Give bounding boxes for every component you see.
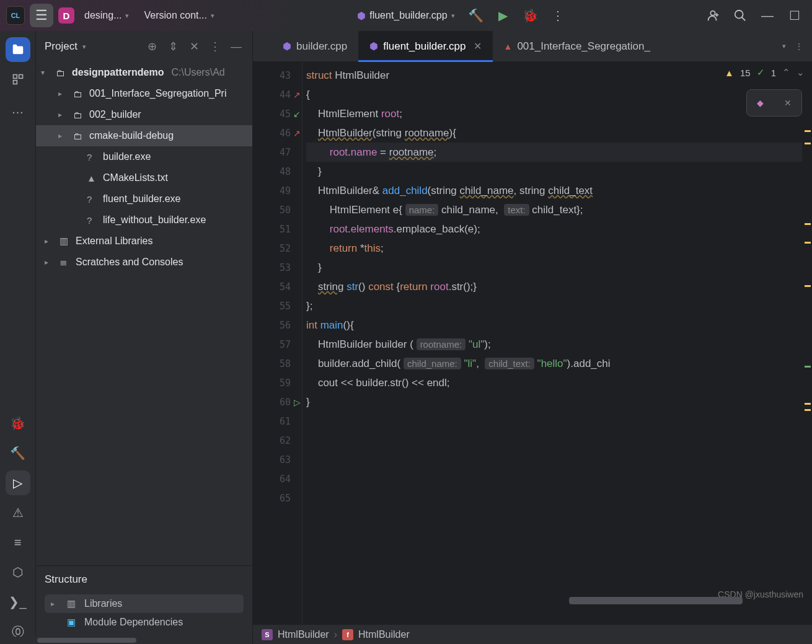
code-line[interactable]: return *this; xyxy=(306,239,802,258)
tree-item[interactable]: ?fluent_builder.exe xyxy=(36,188,252,210)
vcs-dropdown[interactable]: Version cont... ▾ xyxy=(139,7,219,24)
inspections-widget[interactable]: ▲ 15 ✓ 1 ⌃ ⌄ xyxy=(725,67,805,78)
line-number[interactable]: 51 xyxy=(253,219,302,239)
line-number[interactable]: 52 xyxy=(253,239,302,258)
line-number[interactable]: 44↗ xyxy=(253,85,302,104)
code-line[interactable]: HtmlBuilder(string rootname){ xyxy=(306,123,802,143)
line-number[interactable]: 43 xyxy=(253,66,302,85)
chevron-right-icon[interactable]: ▸ xyxy=(58,110,69,119)
debug-button[interactable]: 🐞 xyxy=(519,4,542,27)
build-button[interactable]: 🔨 xyxy=(465,4,487,27)
search-button[interactable] xyxy=(729,4,751,27)
code-line[interactable]: builder.add_child( child_name: "li", chi… xyxy=(306,354,802,373)
external-libraries[interactable]: ▸ ▥ External Libraries xyxy=(36,231,252,252)
more-tools-button[interactable]: … xyxy=(6,97,30,121)
code-line[interactable]: int main(){ xyxy=(306,315,802,335)
tree-item[interactable]: ?builder.exe xyxy=(36,146,252,167)
more-actions-button[interactable]: ⋮ xyxy=(547,4,569,27)
editor-horizontal-scrollbar[interactable] xyxy=(569,597,743,604)
code-line[interactable]: HtmlBuilder builder ( rootname: "ul"); xyxy=(306,335,802,354)
project-tool-button[interactable] xyxy=(6,37,30,62)
tree-item[interactable]: ?life_without_builder.exe xyxy=(36,210,252,231)
maximize-button[interactable]: ☐ xyxy=(783,4,806,27)
tree-item[interactable]: ▸🗀cmake-build-debug xyxy=(36,125,252,146)
code-line[interactable]: HtmlElement root; xyxy=(306,104,802,123)
main-menu-button[interactable]: ☰ xyxy=(30,4,53,27)
line-number[interactable]: 47 xyxy=(253,143,302,162)
run-tool-button[interactable]: ▷ xyxy=(6,470,30,495)
breadcrumb-struct[interactable]: HtmlBuilder xyxy=(278,629,329,640)
chevron-right-icon[interactable]: ▸ xyxy=(45,258,56,267)
scratches-consoles[interactable]: ▸ ≣ Scratches and Consoles xyxy=(36,252,252,273)
breadcrumb-bar[interactable]: S HtmlBuilder › f HtmlBuilder xyxy=(253,624,812,644)
services-tool-button[interactable]: ⬡ xyxy=(6,560,30,584)
code-line[interactable]: HtmlElement e{ name: child_name, text: c… xyxy=(306,200,802,219)
tree-item[interactable]: ▸🗀001_Interface_Segregation_Pri xyxy=(36,83,252,104)
editor-tab[interactable]: ⬢builder.cpp xyxy=(271,31,358,62)
line-number[interactable]: 45↙ xyxy=(253,104,302,123)
code-editor[interactable]: ▲ 15 ✓ 1 ⌃ ⌄ ◆ ✕ 4344↗45↙46↗474849505152… xyxy=(253,62,812,624)
line-number[interactable]: 50 xyxy=(253,200,302,219)
line-number[interactable]: 58 xyxy=(253,354,302,373)
code-line[interactable]: } xyxy=(306,392,802,412)
editor-tab[interactable]: ▲001_Interface_Segregation_ xyxy=(493,31,661,62)
close-tab-icon[interactable]: ✕ xyxy=(474,40,482,52)
line-number[interactable]: 48 xyxy=(253,162,302,181)
tree-item[interactable]: ▲CMakeLists.txt xyxy=(36,167,252,188)
line-number[interactable]: 46↗ xyxy=(253,123,302,143)
tree-root[interactable]: ▾ 🗀 designpatterndemo C:\Users\Ad xyxy=(36,62,252,83)
marker-bar[interactable] xyxy=(802,62,812,624)
code-line[interactable]: { xyxy=(306,85,802,104)
run-button[interactable]: ▶ xyxy=(492,4,514,27)
hide-panel-icon[interactable]: — xyxy=(229,39,244,54)
chevron-right-icon[interactable]: ▸ xyxy=(58,131,69,140)
line-number[interactable]: 49 xyxy=(253,181,302,200)
code-line[interactable]: }; xyxy=(306,296,802,315)
structure-tool-button[interactable] xyxy=(6,67,30,92)
code-content[interactable]: struct HtmlBuilder{ HtmlElement root; Ht… xyxy=(302,62,802,624)
close-icon[interactable]: ✕ xyxy=(784,98,792,108)
structure-libraries[interactable]: ▸ ▥ Libraries xyxy=(45,594,244,613)
line-number[interactable]: 56 xyxy=(253,315,302,335)
down-arrow-icon[interactable]: ⌄ xyxy=(797,67,805,78)
line-number[interactable]: 63 xyxy=(253,450,302,469)
line-gutter[interactable]: 4344↗45↙46↗4748495051525354555657585960▷… xyxy=(253,62,302,624)
structure-module-deps[interactable]: ▸ ▣ Module Dependencies xyxy=(45,613,244,632)
minimize-button[interactable]: — xyxy=(756,4,779,27)
line-number[interactable]: 53 xyxy=(253,258,302,277)
line-number[interactable]: 62 xyxy=(253,431,302,450)
line-number[interactable]: 57 xyxy=(253,335,302,354)
code-line[interactable]: root.elements.emplace_back(e); xyxy=(306,219,802,239)
line-number[interactable]: 55 xyxy=(253,296,302,315)
line-number[interactable]: 60▷ xyxy=(253,392,302,412)
code-line[interactable]: HtmlBuilder& add_child(string child_name… xyxy=(306,181,802,200)
panel-options-icon[interactable]: ⋮ xyxy=(208,39,223,54)
locate-icon[interactable]: ⊕ xyxy=(144,39,159,54)
chevron-right-icon[interactable]: ▸ xyxy=(45,237,56,245)
code-with-me-button[interactable] xyxy=(702,4,724,27)
code-line[interactable]: cout << builder.str() << endl; xyxy=(306,373,802,392)
chevron-right-icon[interactable]: ▸ xyxy=(51,599,62,608)
chevron-right-icon[interactable]: ▸ xyxy=(58,89,69,98)
code-line[interactable]: string str() const {return root.str();} xyxy=(306,277,802,296)
expand-all-icon[interactable]: ⇕ xyxy=(165,39,180,54)
ai-assistant-popup[interactable]: ◆ ✕ xyxy=(746,89,802,117)
debug-tool-button[interactable]: 🐞 xyxy=(6,411,30,436)
line-number[interactable]: 61 xyxy=(253,412,302,431)
project-tree[interactable]: ▾ 🗀 designpatterndemo C:\Users\Ad ▸🗀001_… xyxy=(36,62,252,565)
line-number[interactable]: 59 xyxy=(253,373,302,392)
close-panel-icon[interactable]: ✕ xyxy=(187,39,201,54)
line-number[interactable]: 65 xyxy=(253,488,302,508)
tree-item[interactable]: ▸🗀002_builder xyxy=(36,104,252,125)
terminal-tool-button[interactable]: ❯_ xyxy=(6,589,30,614)
tab-chevron-down-icon[interactable]: ▾ xyxy=(782,42,786,50)
project-dropdown[interactable]: desing... ▾ xyxy=(79,7,134,24)
code-line[interactable]: root.name = rootname; xyxy=(306,143,802,162)
problems-tool-button[interactable]: ⚠ xyxy=(6,500,30,525)
code-line[interactable]: } xyxy=(306,162,802,181)
line-number[interactable]: 64 xyxy=(253,469,302,488)
editor-tab[interactable]: ⬢fluent_builder.cpp✕ xyxy=(358,31,492,62)
code-line[interactable]: } xyxy=(306,258,802,277)
build-tool-button[interactable]: 🔨 xyxy=(6,441,30,465)
chevron-down-icon[interactable]: ▾ xyxy=(82,43,86,51)
